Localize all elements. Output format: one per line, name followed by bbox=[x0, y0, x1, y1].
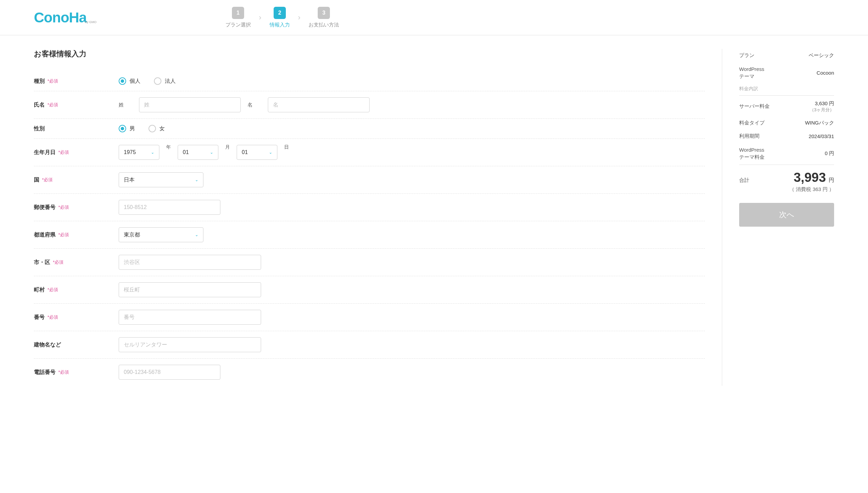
chevron-down-icon: ⌄ bbox=[269, 150, 272, 155]
radio-male-label: 男 bbox=[130, 125, 135, 132]
day-suffix: 日 bbox=[284, 144, 289, 150]
country-label: 国 bbox=[34, 176, 39, 184]
field-type: 種別 *必須 個人 法人 bbox=[34, 71, 705, 91]
birth-year-select[interactable]: 1975 ⌄ bbox=[119, 145, 159, 160]
price-type-label: 料金タイプ bbox=[739, 120, 765, 126]
birth-day-value: 01 bbox=[242, 149, 248, 155]
building-label: 建物名など bbox=[34, 341, 61, 348]
year-suffix: 年 bbox=[166, 144, 171, 150]
prefecture-label: 都道府県 bbox=[34, 231, 56, 239]
country-select[interactable]: 日本 ⌄ bbox=[119, 172, 203, 187]
chevron-down-icon: ⌄ bbox=[151, 150, 154, 155]
radio-corporate[interactable]: 法人 bbox=[154, 77, 176, 85]
city-input[interactable] bbox=[119, 255, 261, 270]
step-3-number: 3 bbox=[318, 7, 330, 19]
chevron-right-icon: › bbox=[259, 13, 261, 22]
total-label: 合計 bbox=[739, 177, 749, 184]
step-1: 1 プラン選択 bbox=[225, 7, 251, 28]
field-birth: 生年月日 *必須 1975 ⌄ 年 01 ⌄ 月 01 ⌄ 日 bbox=[34, 139, 705, 166]
country-value: 日本 bbox=[124, 176, 135, 184]
plan-label: プラン bbox=[739, 52, 754, 59]
city-label: 市・区 bbox=[34, 259, 50, 266]
street-label: 番号 bbox=[34, 314, 45, 321]
firstname-sublabel: 名 bbox=[248, 102, 261, 108]
next-button[interactable]: 次へ bbox=[739, 203, 834, 227]
radio-icon bbox=[119, 77, 126, 85]
radio-icon bbox=[119, 125, 126, 132]
name-label: 氏名 bbox=[34, 101, 45, 109]
field-town: 町村 *必須 bbox=[34, 276, 705, 304]
radio-male[interactable]: 男 bbox=[119, 125, 135, 132]
theme-label-2: テーマ bbox=[739, 73, 764, 80]
required-badge: *必須 bbox=[42, 177, 53, 183]
lastname-sublabel: 姓 bbox=[119, 102, 132, 108]
step-2-number: 2 bbox=[274, 7, 286, 19]
required-badge: *必須 bbox=[47, 314, 58, 320]
field-phone: 電話番号 *必須 bbox=[34, 359, 705, 386]
server-fee-value: 3,630 円 bbox=[815, 100, 834, 107]
required-badge: *必須 bbox=[53, 259, 63, 265]
required-badge: *必須 bbox=[47, 287, 58, 293]
summary-sidebar: プラン ベーシック WordPress テーマ Cocoon 料金内訳 サーバー… bbox=[739, 49, 834, 386]
postal-input[interactable] bbox=[119, 200, 220, 215]
field-street: 番号 *必須 bbox=[34, 304, 705, 331]
server-fee-label: サーバー料金 bbox=[739, 103, 770, 110]
logo-subtext: by GMO bbox=[85, 20, 97, 24]
radio-female[interactable]: 女 bbox=[149, 125, 165, 132]
birth-month-value: 01 bbox=[183, 149, 189, 155]
chevron-down-icon: ⌄ bbox=[195, 177, 198, 182]
prefecture-select[interactable]: 東京都 ⌄ bbox=[119, 227, 203, 242]
radio-icon bbox=[154, 77, 161, 85]
breakdown-label: 料金内訳 bbox=[739, 83, 834, 95]
town-label: 町村 bbox=[34, 286, 45, 293]
chevron-right-icon: › bbox=[298, 13, 300, 22]
town-input[interactable] bbox=[119, 282, 261, 297]
field-prefecture: 都道府県 *必須 東京都 ⌄ bbox=[34, 221, 705, 249]
field-gender: 性別 男 女 bbox=[34, 119, 705, 139]
theme-fee-label-1: WordPress bbox=[739, 146, 765, 153]
step-3-label: お支払い方法 bbox=[309, 22, 339, 28]
radio-individual-label: 個人 bbox=[130, 78, 140, 85]
stepper: 1 プラン選択 › 2 情報入力 › 3 お支払い方法 bbox=[225, 7, 339, 28]
firstname-input[interactable] bbox=[268, 97, 370, 112]
lastname-input[interactable] bbox=[139, 97, 241, 112]
field-city: 市・区 *必須 bbox=[34, 249, 705, 276]
required-badge: *必須 bbox=[47, 78, 58, 84]
step-3: 3 お支払い方法 bbox=[309, 7, 339, 28]
radio-individual[interactable]: 個人 bbox=[119, 77, 140, 85]
price-type-value: WINGパック bbox=[805, 120, 834, 126]
chevron-down-icon: ⌄ bbox=[210, 150, 213, 155]
step-1-number: 1 bbox=[232, 7, 244, 19]
birth-month-select[interactable]: 01 ⌄ bbox=[178, 145, 218, 160]
theme-value: Cocoon bbox=[816, 70, 834, 76]
birth-label: 生年月日 bbox=[34, 149, 56, 156]
phone-input[interactable] bbox=[119, 365, 220, 380]
period-label: 利用期間 bbox=[739, 133, 760, 139]
postal-label: 郵便番号 bbox=[34, 204, 56, 211]
logo-text: ConoHa bbox=[34, 10, 86, 26]
next-button-label: 次へ bbox=[779, 210, 794, 220]
step-1-label: プラン選択 bbox=[225, 22, 251, 28]
prefecture-value: 東京都 bbox=[124, 231, 140, 239]
tax-note: （ 消費税 363 円 ） bbox=[789, 186, 834, 193]
street-input[interactable] bbox=[119, 310, 261, 325]
required-badge: *必須 bbox=[58, 149, 69, 155]
gender-label: 性別 bbox=[34, 125, 45, 132]
total-unit: 円 bbox=[829, 177, 834, 183]
building-input[interactable] bbox=[119, 337, 261, 352]
birth-day-select[interactable]: 01 ⌄ bbox=[237, 145, 277, 160]
server-fee-sub: （3ヶ月分） bbox=[810, 107, 834, 113]
required-badge: *必須 bbox=[47, 102, 58, 108]
theme-fee-label-2: テーマ料金 bbox=[739, 153, 765, 160]
radio-icon bbox=[149, 125, 156, 132]
field-name: 氏名 *必須 姓 名 bbox=[34, 91, 705, 119]
field-building: 建物名など bbox=[34, 331, 705, 359]
main-form: お客様情報入力 種別 *必須 個人 法人 氏名 *必須 bbox=[34, 49, 722, 386]
logo[interactable]: ConoHa by GMO bbox=[34, 10, 97, 26]
theme-label-1: WordPress bbox=[739, 65, 764, 73]
phone-label: 電話番号 bbox=[34, 369, 56, 376]
month-suffix: 月 bbox=[225, 144, 230, 150]
field-country: 国 *必須 日本 ⌄ bbox=[34, 166, 705, 194]
radio-female-label: 女 bbox=[159, 125, 165, 132]
step-2: 2 情報入力 bbox=[270, 7, 290, 28]
